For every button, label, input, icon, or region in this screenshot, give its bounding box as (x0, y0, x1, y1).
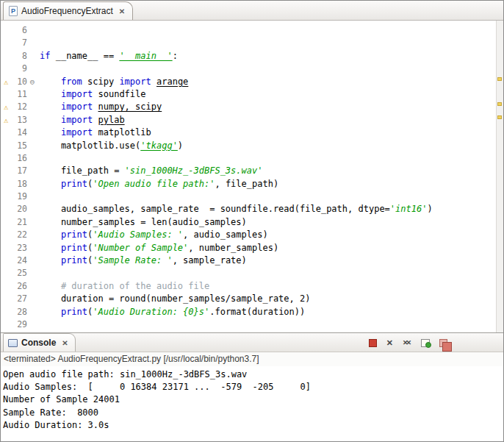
code-text: print('Open audio file path:', file_path… (37, 178, 278, 190)
code-line[interactable]: 28 print('Audio Duration: {0}s'.format(d… (1, 306, 496, 318)
code-text: audio_samples, sample_rate = soundfile.r… (37, 203, 433, 215)
code-line[interactable]: 22 print('Audio Samples: ', audio_sample… (1, 229, 496, 241)
fold-collapse-icon[interactable]: ⊖ (27, 76, 37, 88)
warning-icon[interactable]: ⚠ (1, 101, 11, 113)
code-line[interactable]: 9 (1, 63, 496, 75)
code-line[interactable]: 26 # duration of the audio file (1, 280, 496, 293)
marker-spacer (1, 190, 11, 203)
marker-spacer (1, 50, 11, 63)
terminate-button[interactable] (369, 339, 377, 347)
code-text: import pylab (37, 114, 125, 126)
code-text (37, 63, 40, 75)
overview-warning-marker[interactable] (497, 102, 502, 106)
code-line[interactable]: ⚠12 import numpy, scipy (1, 101, 496, 113)
line-number: 29 (11, 318, 27, 331)
line-number: 26 (11, 280, 27, 293)
marker-spacer (1, 293, 11, 305)
console-icon (8, 339, 18, 347)
code-line[interactable]: 29 (1, 318, 496, 331)
fold-spacer (27, 152, 37, 165)
fold-spacer (27, 242, 37, 254)
code-line[interactable]: 6 (1, 24, 496, 37)
code-text: from scipy import arange (37, 76, 188, 88)
overview-warning-marker[interactable] (497, 77, 502, 81)
warning-icon[interactable]: ⚠ (1, 114, 11, 126)
line-number: 20 (11, 203, 27, 215)
console-output-line: Number of Sample 24001 (3, 393, 503, 406)
line-number: 19 (11, 190, 27, 203)
code-text (37, 152, 40, 165)
line-number: 25 (11, 267, 27, 279)
line-number: 23 (11, 242, 27, 254)
fold-spacer (27, 50, 37, 63)
code-line[interactable]: 19 (1, 190, 496, 203)
code-text: print('Audio Duration: {0}s'.format(dura… (37, 306, 305, 318)
code-line[interactable]: 27 duration = round(number_samples/sampl… (1, 293, 496, 305)
fold-spacer (27, 178, 37, 190)
tab-audiofrequencyextract[interactable]: P AudioFrequencyExtract ✕ (3, 1, 133, 20)
code-text (37, 318, 40, 331)
code-line[interactable]: 14 import matplotlib (1, 126, 496, 139)
console-output[interactable]: Open audio file path: sin_1000Hz_-3dBFS_… (1, 366, 503, 441)
marker-spacer (1, 140, 11, 152)
remove-launch-button[interactable]: ✕ (386, 339, 393, 347)
code-line[interactable]: 15 matplotlib.use('tkagg') (1, 140, 496, 152)
app-window: P AudioFrequencyExtract ✕ 678if __name__… (0, 0, 504, 442)
remove-all-terminated-button[interactable]: ✕✕ (403, 339, 411, 347)
console-output-line: Audio Samples: [ 0 16384 23171 ... -579 … (3, 381, 503, 393)
close-icon[interactable]: ✕ (62, 339, 68, 347)
line-number: 7 (11, 37, 27, 49)
code-line[interactable]: 17 file_path = 'sin_1000Hz_-3dBFS_3s.wav… (1, 165, 496, 177)
marker-spacer (1, 24, 11, 37)
tab-console[interactable]: Console ✕ (3, 333, 76, 352)
code-line[interactable]: 25 (1, 267, 496, 279)
code-line[interactable]: 20 audio_samples, sample_rate = soundfil… (1, 203, 496, 215)
overview-warning-marker[interactable] (497, 115, 502, 119)
console-toolbar: ✕✕✕ (369, 339, 447, 352)
marker-spacer (1, 280, 11, 293)
warning-icon[interactable]: ⚠ (1, 76, 11, 88)
fold-spacer (27, 190, 37, 203)
code-line[interactable]: 16 (1, 152, 496, 165)
marker-spacer (1, 254, 11, 267)
code-line[interactable]: 23 print('Number of Sample', number_samp… (1, 242, 496, 254)
fold-spacer (27, 165, 37, 177)
code-text (37, 267, 40, 279)
fold-spacer (27, 216, 37, 229)
code-line[interactable]: 8if __name__ == '__main__': (1, 50, 496, 63)
code-line[interactable]: 18 print('Open audio file path:', file_p… (1, 178, 496, 190)
code-text (37, 37, 40, 49)
console-output-line: Open audio file path: sin_1000Hz_-3dBFS_… (3, 368, 503, 381)
console-header: Console ✕ ✕✕✕ (1, 333, 503, 352)
fold-spacer (27, 63, 37, 75)
line-number: 27 (11, 293, 27, 305)
code-line[interactable]: 11 import soundfile (1, 88, 496, 101)
line-number: 17 (11, 165, 27, 177)
marker-spacer (1, 126, 11, 139)
console-output-line: Sample Rate: 8000 (3, 407, 503, 419)
code-line[interactable]: ⚠13 import pylab (1, 114, 496, 126)
pin-console-button[interactable] (439, 339, 447, 347)
fold-spacer (27, 101, 37, 113)
code-line[interactable]: 21 number_samples = len(audio_samples) (1, 216, 496, 229)
console-tab-label: Console (21, 338, 56, 348)
code-lines[interactable]: 678if __name__ == '__main__':9⚠10⊖ from … (1, 21, 496, 332)
code-editor[interactable]: 678if __name__ == '__main__':9⚠10⊖ from … (1, 21, 503, 332)
open-console-button[interactable] (421, 339, 430, 347)
console-status-line: <terminated> AudioFrequencyExtract.py [/… (1, 352, 503, 366)
marker-spacer (1, 178, 11, 190)
close-icon[interactable]: ✕ (119, 7, 125, 15)
fold-spacer (27, 318, 37, 331)
marker-spacer (1, 216, 11, 229)
line-number: 8 (11, 50, 27, 63)
code-line[interactable]: 7 (1, 37, 496, 49)
fold-spacer (27, 114, 37, 126)
code-line[interactable]: 24 print('Sample Rate: ', sample_rate) (1, 254, 496, 267)
line-number: 28 (11, 306, 27, 318)
code-line[interactable]: ⚠10⊖ from scipy import arange (1, 76, 496, 88)
code-text: print('Number of Sample', number_samples… (37, 242, 278, 254)
fold-spacer (27, 267, 37, 279)
marker-spacer (1, 63, 11, 75)
console-panel: Console ✕ ✕✕✕ <terminated> AudioFrequenc… (1, 332, 503, 441)
marker-spacer (1, 165, 11, 177)
